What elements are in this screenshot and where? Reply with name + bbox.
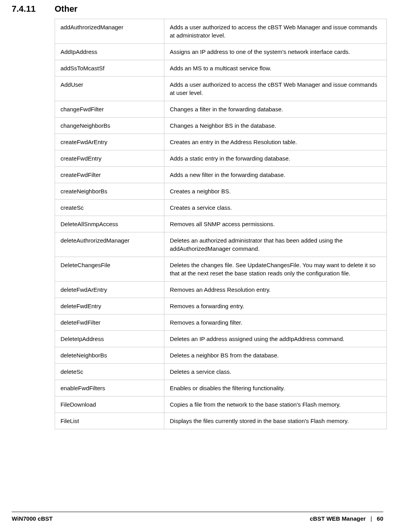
footer-page-number: 60 <box>377 515 383 522</box>
table-row: createFwdArEntryCreates an entry in the … <box>55 134 387 150</box>
command-name: AddIpAddress <box>55 44 164 60</box>
command-description: Deletes a neighbor BS from the database. <box>164 347 387 364</box>
table-row: AddIpAddressAssigns an IP address to one… <box>55 44 387 60</box>
table-row: createFwdEntryAdds a static entry in the… <box>55 150 387 167</box>
command-description: Deletes an IP address assigned using the… <box>164 331 387 347</box>
command-name: createSc <box>55 200 164 216</box>
command-description: Removes a forwarding filter. <box>164 314 387 331</box>
table-row: DeleteAllSnmpAccessRemoves all SNMP acce… <box>55 216 387 232</box>
footer-separator: | <box>370 515 372 522</box>
command-description: Deletes an authorized administrator that… <box>164 232 387 257</box>
command-description: Changes a filter in the forwarding datab… <box>164 101 387 118</box>
command-name: DeleteIpAddress <box>55 331 164 347</box>
command-name: FileList <box>55 413 164 429</box>
command-name: deleteFwdFilter <box>55 314 164 331</box>
command-description: Adds a new filter in the forwarding data… <box>164 167 387 183</box>
command-description: Changes a Neighbor BS in the database. <box>164 118 387 134</box>
command-name: changeNeighborBs <box>55 118 164 134</box>
command-description: Assigns an IP address to one of the syst… <box>164 44 387 60</box>
command-name: DeleteChangesFile <box>55 257 164 282</box>
command-name: deleteAuthrorizedManager <box>55 232 164 257</box>
table-row: deleteNeighborBsDeletes a neighbor BS fr… <box>55 347 387 364</box>
table-row: enableFwdFiltersEnables or disables the … <box>55 380 387 396</box>
footer-right: cBST WEB Manager | 60 <box>310 515 383 522</box>
command-description: Deletes a service class. <box>164 364 387 380</box>
command-name: createNeighborBs <box>55 183 164 200</box>
page-footer: WiN7000 cBST cBST WEB Manager | 60 <box>12 512 383 522</box>
command-description: Adds a user authorized to access the cBS… <box>164 19 387 44</box>
footer-product-name: WiN7000 cBST <box>12 515 53 522</box>
table-row: DeleteChangesFileDeletes the changes fil… <box>55 257 387 282</box>
section-header: 7.4.11 Other <box>12 4 383 14</box>
command-name: DeleteAllSnmpAccess <box>55 216 164 232</box>
command-description: Deletes the changes file. See UpdateChan… <box>164 257 387 282</box>
section-title: Other <box>55 4 78 14</box>
command-name: addSsToMcastSf <box>55 60 164 77</box>
table-row: addSsToMcastSfAdds an MS to a multicast … <box>55 60 387 77</box>
command-table: addAuthrorizedManagerAdds a user authori… <box>55 19 387 429</box>
command-name: deleteSc <box>55 364 164 380</box>
table-row: deleteScDeletes a service class. <box>55 364 387 380</box>
section-number: 7.4.11 <box>12 4 55 14</box>
command-description: Enables or disables the filtering functi… <box>164 380 387 396</box>
command-description: Creates a service class. <box>164 200 387 216</box>
command-name: deleteNeighborBs <box>55 347 164 364</box>
command-description: Removes all SNMP access permissions. <box>164 216 387 232</box>
command-name: createFwdArEntry <box>55 134 164 150</box>
command-name: FileDownload <box>55 396 164 413</box>
command-name: createFwdEntry <box>55 150 164 167</box>
table-row: deleteFwdFilterRemoves a forwarding filt… <box>55 314 387 331</box>
table-row: deleteAuthrorizedManagerDeletes an autho… <box>55 232 387 257</box>
footer-manager-label: cBST WEB Manager <box>310 515 366 522</box>
table-row: deleteFwdEntryRemoves a forwarding entry… <box>55 298 387 314</box>
command-name: deleteFwdArEntry <box>55 282 164 298</box>
command-description: Adds an MS to a multicast service flow. <box>164 60 387 77</box>
command-description: Removes an Address Resolution entry. <box>164 282 387 298</box>
table-row: FileListDisplays the files currently sto… <box>55 413 387 429</box>
command-description: Removes a forwarding entry. <box>164 298 387 314</box>
command-name: addAuthrorizedManager <box>55 19 164 44</box>
table-row: createNeighborBsCreates a neighbor BS. <box>55 183 387 200</box>
table-row: FileDownloadCopies a file from the netwo… <box>55 396 387 413</box>
command-description: Displays the files currently stored in t… <box>164 413 387 429</box>
command-name: changeFwdFilter <box>55 101 164 118</box>
command-description: Adds a user authorized to access the cBS… <box>164 77 387 101</box>
command-description: Creates an entry in the Address Resoluti… <box>164 134 387 150</box>
command-name: AddUser <box>55 77 164 101</box>
command-description: Creates a neighbor BS. <box>164 183 387 200</box>
command-name: deleteFwdEntry <box>55 298 164 314</box>
table-row: DeleteIpAddressDeletes an IP address ass… <box>55 331 387 347</box>
page-content: 7.4.11 Other addAuthrorizedManagerAdds a… <box>0 0 395 429</box>
command-name: enableFwdFilters <box>55 380 164 396</box>
command-name: createFwdFilter <box>55 167 164 183</box>
table-row: addAuthrorizedManagerAdds a user authori… <box>55 19 387 44</box>
command-description: Copies a file from the network to the ba… <box>164 396 387 413</box>
table-row: createFwdFilterAdds a new filter in the … <box>55 167 387 183</box>
table-row: AddUserAdds a user authorized to access … <box>55 77 387 101</box>
table-row: changeFwdFilterChanges a filter in the f… <box>55 101 387 118</box>
table-row: deleteFwdArEntryRemoves an Address Resol… <box>55 282 387 298</box>
table-row: createScCreates a service class. <box>55 200 387 216</box>
command-description: Adds a static entry in the forwarding da… <box>164 150 387 167</box>
table-row: changeNeighborBsChanges a Neighbor BS in… <box>55 118 387 134</box>
